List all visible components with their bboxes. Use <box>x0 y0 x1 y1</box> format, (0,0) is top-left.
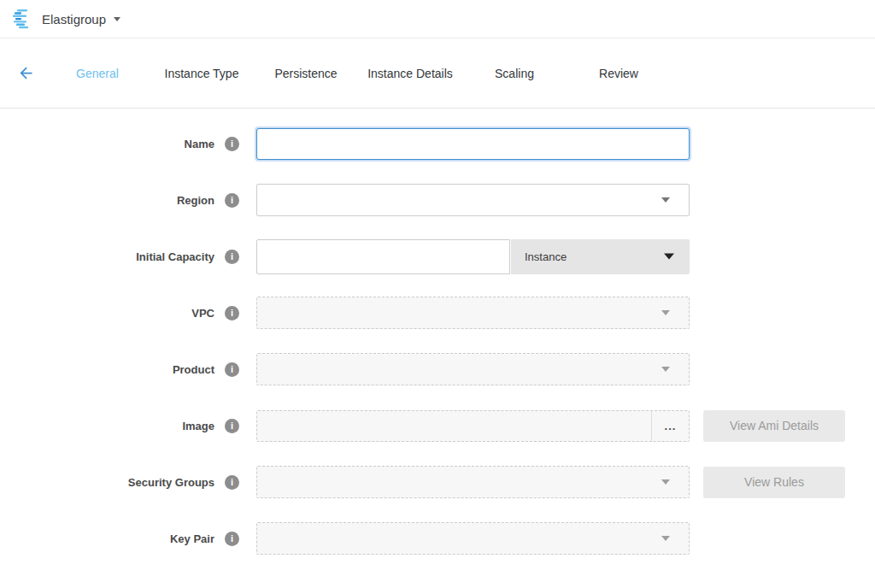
initial-capacity-label: Initial Capacity <box>136 250 214 263</box>
tab-instance-type[interactable]: Instance Type <box>150 67 254 80</box>
caret-down-icon <box>664 254 674 260</box>
tab-instance-details[interactable]: Instance Details <box>358 67 462 80</box>
top-bar: Elastigroup <box>0 0 875 38</box>
info-icon[interactable]: i <box>225 419 239 433</box>
caret-down-icon <box>661 367 670 372</box>
security-groups-row: Security Groups i View Rules <box>0 465 875 499</box>
product-select <box>256 353 690 385</box>
security-groups-select <box>256 466 690 498</box>
tab-general[interactable]: General <box>45 67 150 80</box>
caret-down-icon <box>661 536 670 541</box>
info-icon[interactable]: i <box>225 362 239 377</box>
caret-down-icon <box>661 479 670 485</box>
general-settings-form: Name i Region i Initial Capacity i Insta… <box>0 109 875 556</box>
key-pair-row: Key Pair i <box>0 521 875 556</box>
image-picker: ... <box>256 410 690 442</box>
info-icon[interactable]: i <box>225 250 239 264</box>
vpc-select <box>256 297 690 329</box>
info-icon[interactable]: i <box>225 137 239 151</box>
capacity-unit-select[interactable]: Instance <box>511 239 690 274</box>
name-input[interactable] <box>256 128 690 160</box>
key-pair-select <box>256 522 690 555</box>
name-row: Name i <box>0 126 875 161</box>
image-picker-value <box>257 411 651 441</box>
tab-list: General Instance Type Persistence Instan… <box>45 67 671 80</box>
security-groups-label: Security Groups <box>128 476 214 489</box>
region-row: Region i <box>0 183 875 217</box>
elastigroup-logo-icon <box>11 9 33 29</box>
image-browse-button[interactable]: ... <box>651 411 689 441</box>
region-select[interactable] <box>256 184 690 216</box>
view-ami-details-button: View Ami Details <box>703 410 845 442</box>
name-label: Name <box>185 138 214 150</box>
arrow-left-icon <box>17 64 35 82</box>
image-row: Image i ... View Ami Details <box>0 409 875 443</box>
capacity-unit-value: Instance <box>525 250 567 263</box>
tab-persistence[interactable]: Persistence <box>254 67 358 80</box>
info-icon[interactable]: i <box>225 306 239 320</box>
region-label: Region <box>177 194 214 207</box>
info-icon[interactable]: i <box>225 475 239 490</box>
initial-capacity-input[interactable] <box>256 239 510 274</box>
caret-down-icon[interactable] <box>114 17 120 21</box>
product-label: Product <box>173 363 214 376</box>
tab-scaling[interactable]: Scaling <box>462 67 567 80</box>
info-icon[interactable]: i <box>225 193 239 208</box>
info-icon[interactable]: i <box>225 532 239 546</box>
vpc-label: VPC <box>191 307 214 320</box>
tab-review[interactable]: Review <box>567 67 671 80</box>
vpc-row: VPC i <box>0 296 875 330</box>
app-title[interactable]: Elastigroup <box>42 12 106 26</box>
wizard-tab-bar: General Instance Type Persistence Instan… <box>0 38 875 109</box>
product-row: Product i <box>0 352 875 386</box>
initial-capacity-row: Initial Capacity i Instance <box>0 239 875 273</box>
image-label: Image <box>182 420 214 432</box>
caret-down-icon <box>661 310 670 315</box>
view-rules-button: View Rules <box>703 467 845 498</box>
back-button[interactable] <box>14 62 38 85</box>
caret-down-icon <box>661 197 670 203</box>
key-pair-label: Key Pair <box>170 532 214 545</box>
